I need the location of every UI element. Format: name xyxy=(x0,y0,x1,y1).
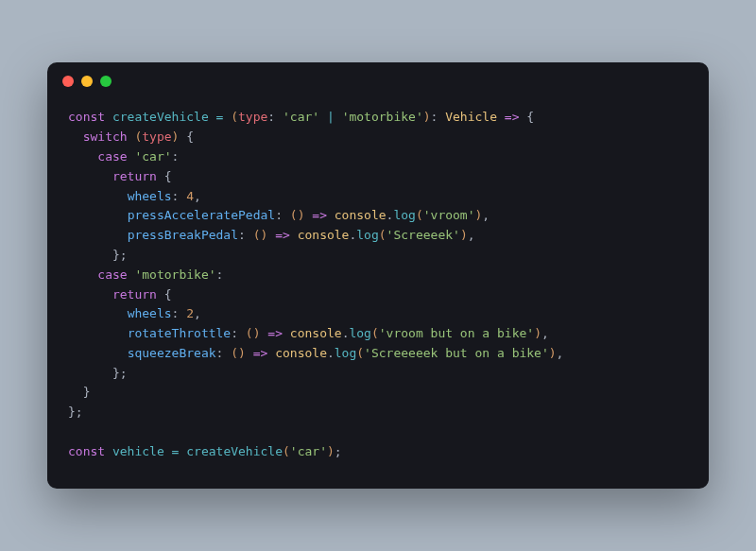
paren: ( xyxy=(371,326,379,340)
log-method: log xyxy=(393,208,415,222)
window-titlebar xyxy=(47,62,709,91)
minimize-icon[interactable] xyxy=(81,76,93,87)
keyword-return: return xyxy=(112,287,157,301)
log-method: log xyxy=(356,228,378,242)
string-car: 'car' xyxy=(290,444,327,458)
colon: : xyxy=(238,228,246,242)
code-window: const createVehicle = (type: 'car' | 'mo… xyxy=(47,62,709,488)
keyword-switch: switch xyxy=(83,129,128,144)
paren: ) xyxy=(172,129,180,144)
paren: ( xyxy=(356,346,364,360)
arrow: => xyxy=(505,110,520,124)
comma: , xyxy=(482,208,490,222)
arrow: => xyxy=(253,346,268,360)
string-screek: 'Screeeek' xyxy=(387,228,460,242)
paren: () xyxy=(246,326,261,340)
colon: : xyxy=(267,110,275,124)
log-method: log xyxy=(335,346,356,360)
paren: ) xyxy=(460,228,468,242)
string-vroom-bike: 'vroom but on a bike' xyxy=(379,326,534,340)
paren: ( xyxy=(231,110,238,124)
brace: { xyxy=(186,129,194,144)
arrow: => xyxy=(312,208,327,222)
comma: , xyxy=(541,326,549,340)
code-block: const createVehicle = (type: 'car' | 'mo… xyxy=(47,91,709,488)
paren: () xyxy=(290,208,305,222)
brace: }; xyxy=(112,366,128,380)
number-4: 4 xyxy=(186,189,194,203)
console-obj: console xyxy=(290,326,342,340)
brace: } xyxy=(83,385,91,399)
function-call: createVehicle xyxy=(186,444,283,458)
colon: : xyxy=(172,306,180,320)
prop-break: pressBreakPedal xyxy=(128,228,238,242)
paren: () xyxy=(253,228,268,242)
paren: ( xyxy=(416,208,423,222)
colon: : xyxy=(172,149,180,164)
string-screek-bike: 'Screeeeek but on a bike' xyxy=(364,346,549,360)
brace: }; xyxy=(68,405,83,419)
comma: , xyxy=(194,189,201,203)
colon: : xyxy=(431,110,438,124)
param-type: type xyxy=(142,129,171,144)
op-equals: = xyxy=(216,110,224,124)
keyword-case: case xyxy=(97,149,127,164)
keyword-const: const xyxy=(68,444,105,458)
colon: : xyxy=(216,267,224,282)
colon: : xyxy=(231,326,238,340)
var-vehicle: vehicle xyxy=(112,444,164,458)
console-obj: console xyxy=(335,208,387,222)
function-name: createVehicle xyxy=(112,110,209,124)
arrow: => xyxy=(267,326,283,340)
brace: { xyxy=(164,287,172,301)
string-motorbike: 'motorbike' xyxy=(134,267,215,282)
colon: : xyxy=(216,346,224,360)
paren: () xyxy=(231,346,246,360)
paren: ) xyxy=(549,346,557,360)
paren: ( xyxy=(283,444,290,458)
close-icon[interactable] xyxy=(62,76,74,87)
console-obj: console xyxy=(298,228,350,242)
console-obj: console xyxy=(275,346,327,360)
paren: ) xyxy=(534,326,541,340)
string-car: 'car' xyxy=(283,110,319,124)
op-pipe: | xyxy=(327,110,335,124)
dot: . xyxy=(327,346,335,360)
paren: ) xyxy=(423,110,431,124)
paren: ) xyxy=(327,444,335,458)
prop-squeeze: squeezeBreak xyxy=(128,346,216,360)
maximize-icon[interactable] xyxy=(100,76,112,87)
keyword-return: return xyxy=(112,169,157,183)
type-vehicle: Vehicle xyxy=(445,110,497,124)
keyword-case: case xyxy=(97,267,127,282)
prop-accelerate: pressAcceleratePedal xyxy=(128,208,276,222)
param-type: type xyxy=(238,110,267,124)
keyword-const: const xyxy=(68,110,105,124)
arrow: => xyxy=(275,228,290,242)
colon: : xyxy=(172,189,180,203)
string-vroom: 'vroom' xyxy=(423,208,475,222)
prop-wheels: wheels xyxy=(128,306,172,320)
brace: { xyxy=(526,110,534,124)
prop-throttle: rotateThrottle xyxy=(128,326,232,340)
log-method: log xyxy=(349,326,370,340)
comma: , xyxy=(557,346,564,360)
string-car: 'car' xyxy=(134,149,171,164)
brace: { xyxy=(164,169,172,183)
colon: : xyxy=(275,208,283,222)
op-equals: = xyxy=(172,444,180,458)
comma: , xyxy=(194,306,201,320)
comma: , xyxy=(468,228,475,242)
prop-wheels: wheels xyxy=(128,189,172,203)
paren: ( xyxy=(379,228,387,242)
semicolon: ; xyxy=(335,444,342,458)
string-motorbike: 'motorbike' xyxy=(342,110,423,124)
brace: }; xyxy=(112,248,128,262)
number-2: 2 xyxy=(186,306,194,320)
